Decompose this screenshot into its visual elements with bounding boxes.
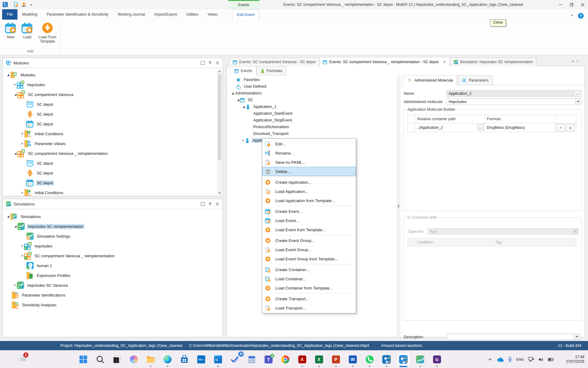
expander-expanded-icon[interactable] <box>14 94 17 96</box>
simulations-item-simulation-settings[interactable]: Simulation Settings <box>3 231 223 241</box>
menu-item-create-application[interactable]: Create Application... <box>262 178 356 187</box>
close-panel-icon[interactable] <box>215 202 220 206</box>
taskbar-search-button[interactable] <box>92 351 108 367</box>
simulations-item-simulations[interactable]: Simulations <box>3 212 223 221</box>
properties-tab-administered-molecule[interactable]: Administered Molecule <box>403 75 457 85</box>
modules-item-sc-compartment-vanessa[interactable]: SC compartment Vanessa <box>3 90 223 99</box>
menu-item-load-event-group-from-template[interactable]: Load Event Group from Template... <box>262 254 356 263</box>
scroll-thumb[interactable] <box>218 74 221 160</box>
pin-panel-icon[interactable] <box>208 202 212 206</box>
modules-item-parameter-values[interactable]: PVParameter Values <box>3 139 223 148</box>
taskbar-gimp-button[interactable]: G <box>428 351 445 367</box>
events-item-application-stopevent[interactable]: Application_StopEvent <box>227 117 395 124</box>
taskbar-word-button[interactable]: W <box>344 351 361 367</box>
tray-onedrive-icon[interactable] <box>496 357 504 362</box>
scroll-down-icon[interactable] <box>217 190 222 195</box>
expander-expanded-icon[interactable] <box>232 92 234 94</box>
menu-item-load-transport[interactable]: PKMLLoad Transport... <box>262 303 356 312</box>
events-item-favorites[interactable]: Favorites <box>227 76 395 83</box>
menu-item-load-container[interactable]: Load Container... <box>262 274 356 283</box>
onedrive-status[interactable]: 2 <box>16 354 26 363</box>
maximize-panel-icon[interactable] <box>201 61 205 65</box>
menu-item-create-transport[interactable]: Create Transport... <box>262 294 356 303</box>
tray-speaker-icon[interactable] <box>538 357 544 362</box>
ribbon-tab-import-export[interactable]: Import/Export <box>149 9 181 20</box>
ribbon-tab-parameter-identification-sensitivity[interactable]: Parameter Identification & Sensitivity <box>42 9 113 20</box>
view-tab-events[interactable]: Events <box>230 66 256 75</box>
tray-chevron-up-icon[interactable] <box>488 358 492 361</box>
ribbon-tab-edit-event[interactable]: Edit Event <box>232 9 259 20</box>
menu-item-create-event-group[interactable]: Create Event Group... <box>262 236 356 245</box>
column-header[interactable]: Formula <box>485 115 556 123</box>
taskbar-excel-button[interactable]: X <box>311 351 327 367</box>
close-tab-icon[interactable]: ✕ <box>443 60 446 64</box>
menu-item-load-application-from-template[interactable]: Load Application from Template... <box>262 196 356 205</box>
expander-expanded-icon[interactable] <box>237 99 239 101</box>
document-tab[interactable]: Events: SC compartment Vanessa - SC depo… <box>229 57 319 66</box>
modules-item-sc-depot[interactable]: SC depot <box>3 168 223 178</box>
tab-scroll-right-icon[interactable]: ▸ <box>577 59 579 63</box>
events-item-user-defined[interactable]: User Defined <box>227 83 395 90</box>
taskbar-powerpoint-button[interactable]: P <box>327 351 344 367</box>
name-input[interactable]: Application_2 <box>447 90 573 97</box>
save-project-icon[interactable] <box>13 2 19 7</box>
help-button[interactable]: ? <box>578 13 584 19</box>
properties-tab-parameters[interactable]: Parameters <box>457 75 493 85</box>
taskbar-store-button[interactable] <box>176 351 193 367</box>
taskbar-calc-button[interactable] <box>243 351 260 367</box>
close-button[interactable] <box>577 0 588 9</box>
chevron-down-icon[interactable] <box>574 334 579 339</box>
events-item-application-1[interactable]: Application_1 <box>227 103 395 110</box>
export-icon[interactable] <box>21 2 27 7</box>
menu-item-create-event[interactable]: Create Event... <box>262 207 356 216</box>
events-item-administrations[interactable]: Administrations <box>227 90 395 97</box>
expander-expanded-icon[interactable] <box>7 74 9 76</box>
taskbar-edge-button[interactable] <box>159 351 176 367</box>
simulations-item-hepcludex-sc-vanessa[interactable]: hepcludex SC Vanessa <box>3 280 223 290</box>
document-tab[interactable]: Events: SC compartment Vanessa _ reimple… <box>319 57 450 67</box>
events-item-dissolved-transport[interactable]: Dissolved_Transport <box>227 130 395 137</box>
expander-expanded-icon[interactable] <box>7 216 9 218</box>
name-ellipsis-button[interactable]: ... <box>574 90 581 97</box>
simulations-item-human-1[interactable]: human 1 <box>3 261 223 270</box>
expander-expanded-icon[interactable] <box>14 152 17 155</box>
tray-battery-icon[interactable] <box>548 358 554 361</box>
chevron-down-icon[interactable] <box>575 99 581 104</box>
quick-access-caret-icon[interactable]: ▾ <box>29 3 33 6</box>
scroll-up-icon[interactable] <box>217 69 222 74</box>
modules-item-sc-depot[interactable]: SC depot <box>3 158 223 168</box>
clock[interactable]: 17:49 27/07/2025 <box>558 355 584 364</box>
minimize-button[interactable] <box>555 0 566 9</box>
menu-item-load-application[interactable]: PKMLLoad Application... <box>262 187 356 196</box>
expander-collapsed-icon[interactable] <box>22 132 23 135</box>
modules-item-sc-depot[interactable]: SC depot <box>3 119 223 129</box>
modules-item-sc-depot[interactable]: SC depot <box>3 178 223 188</box>
taskbar-explorer-button[interactable] <box>142 351 159 367</box>
simulations-item-hepcludex-sc-reimplementation[interactable]: hepcludex SC reimplementation <box>3 221 223 231</box>
events-item-protocolschemaitem[interactable]: ProtocolSchemaItem <box>227 124 395 130</box>
taskbar-chrome-button[interactable] <box>277 351 294 367</box>
load-from-template-button[interactable]: Load From Template <box>36 22 59 44</box>
tray-microphone-icon[interactable] <box>508 357 512 362</box>
ribbon-tab-working-journal[interactable]: Working Journal <box>113 9 149 20</box>
expander-collapsed-icon[interactable] <box>22 245 23 247</box>
formula-cell[interactable]: DrugMass (DrugMass) <box>485 123 556 132</box>
relative-container-path-cell[interactable]: ..|Application_2 ... <box>415 123 485 132</box>
menu-item-load-event-from-template[interactable]: Load Event from Template... <box>262 225 356 234</box>
modules-scrollbar[interactable] <box>217 69 222 195</box>
menu-item-load-container-from-template[interactable]: Load Container from Template... <box>262 283 356 293</box>
add-row-button[interactable]: + <box>556 124 565 131</box>
builder-table-row[interactable]: ..|Application_2 ... DrugMass (DrugMass)… <box>408 123 576 132</box>
taskbar-whatsapp-button[interactable] <box>361 351 378 367</box>
simulations-panel-header[interactable]: Simulations <box>3 199 223 209</box>
events-item-application-startevent[interactable]: Application_StartEvent <box>227 110 395 117</box>
remove-row-button[interactable]: x <box>566 124 575 131</box>
expander-collapsed-icon[interactable] <box>243 139 244 142</box>
menu-item-delete[interactable]: Delete... <box>262 167 356 176</box>
taskbar-todo-button[interactable]: 30 <box>226 351 243 367</box>
tray-network-icon[interactable] <box>528 357 534 362</box>
simulations-item-expression-profiles[interactable]: Expression Profiles <box>3 270 223 280</box>
modules-panel-header[interactable]: Modules <box>3 58 223 68</box>
menu-item-save-as-pkml[interactable]: PKMLSave As PKML... <box>262 158 356 167</box>
taskbar-acrobat-button[interactable]: Λ <box>294 351 311 367</box>
